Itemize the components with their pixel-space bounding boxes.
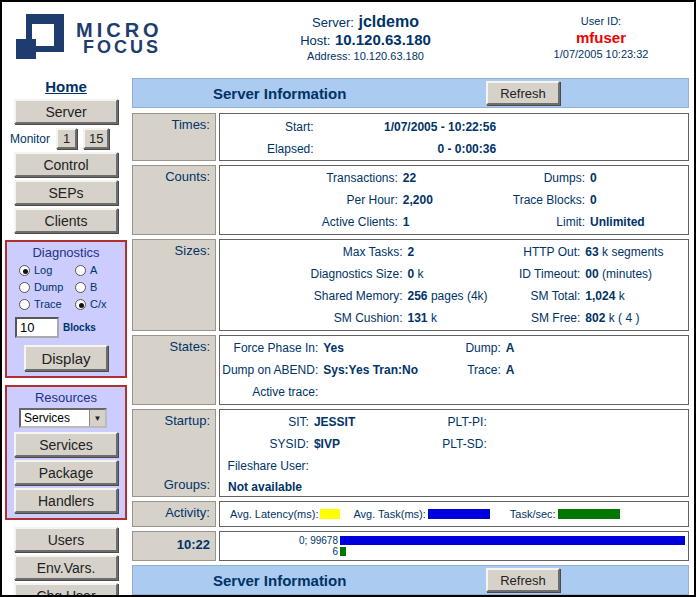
activity-line2-value: 6	[220, 546, 340, 557]
radio-dump[interactable]: Dump	[19, 281, 75, 293]
server-identity: Server: jcldemo Host: 10.120.63.180 Addr…	[217, 13, 514, 63]
radio-cx[interactable]: C/x	[75, 298, 125, 310]
task-sec-swatch-icon	[558, 509, 620, 519]
user-id-label: User ID:	[514, 14, 688, 29]
sm-free-value: 802 k ( 4 )	[580, 307, 688, 329]
blocks-input[interactable]	[15, 317, 59, 338]
legend-avg-latency: Avg. Latency(ms):	[230, 508, 340, 520]
active-clients-value: 1	[398, 211, 496, 233]
diagnostics-title: Diagnostics	[7, 245, 125, 260]
header-timestamp: 1/07/2005 10:23:32	[514, 47, 688, 62]
max-tasks-value: 2	[403, 241, 497, 263]
plt-sd-value	[487, 433, 688, 455]
clients-button[interactable]: Clients	[14, 208, 118, 233]
monitor-1-button[interactable]: 1	[56, 128, 77, 149]
display-button[interactable]: Display	[24, 345, 108, 371]
radio-b[interactable]: B	[75, 281, 125, 293]
resources-box: Resources Services ▼ Services Package Ha…	[5, 385, 127, 520]
handlers-button[interactable]: Handlers	[14, 488, 118, 513]
plt-pi-value	[487, 411, 688, 433]
seps-button[interactable]: SEPs	[14, 180, 118, 205]
shared-memory-label: Shared Memory:	[220, 285, 403, 307]
radio-trace[interactable]: Trace	[19, 298, 75, 310]
sm-cushion-value: 131 k	[403, 307, 497, 329]
active-trace-label: Active trace:	[220, 381, 318, 403]
control-button[interactable]: Control	[14, 152, 118, 177]
radio-log[interactable]: Log	[19, 264, 75, 276]
force-phase-in-value: Yes	[318, 337, 454, 359]
refresh-button-top[interactable]: Refresh	[486, 81, 560, 105]
top-title-bar: Server Information Refresh	[132, 78, 689, 108]
server-button[interactable]: Server	[14, 99, 118, 124]
services-button[interactable]: Services	[14, 432, 118, 457]
plt-sd-label: PLT-SD:	[440, 433, 487, 455]
start-value: 1/07/2005 - 10:22:56	[314, 116, 497, 138]
radio-dump-icon	[19, 282, 30, 293]
activity-sample-row: 10:22 0; 99678 6	[132, 531, 689, 561]
elapsed-value: 0 - 0:00:36	[314, 138, 497, 160]
activity-legend: Avg. Latency(ms): Avg. Task(ms): Task/se…	[219, 501, 689, 527]
empty-cell	[440, 455, 487, 477]
limit-label: Limit:	[496, 211, 585, 233]
diagnostics-radio-group: Log A Dump B	[7, 262, 125, 310]
transactions-label: Transactions:	[220, 167, 398, 189]
sm-total-label: SM Total:	[496, 285, 580, 307]
address-value: 10.120.63.180	[354, 50, 424, 62]
radio-b-label: B	[90, 281, 97, 293]
host-value: 10.120.63.180	[335, 31, 431, 48]
package-button[interactable]: Package	[14, 460, 118, 485]
times-row: Times: Start: 1/07/2005 - 10:22:56 Elaps…	[132, 113, 689, 161]
active-clients-label: Active Clients:	[220, 211, 398, 233]
micro-focus-logo: MICRO FOCUS	[2, 11, 217, 65]
user-id-value: mfuser	[514, 29, 688, 47]
dumps-value: 0	[585, 167, 688, 189]
sm-total-value: 1,024 k	[580, 285, 688, 307]
trace-state-value: A	[501, 359, 688, 381]
avg-latency-swatch-icon	[320, 509, 340, 519]
radio-a-label: A	[90, 264, 97, 276]
diagnostics-size-value: 0 k	[403, 263, 497, 285]
activity-line1-value: 0; 99678	[220, 535, 340, 546]
sysid-label: SYSID:	[220, 433, 309, 455]
bottom-page-title: Server Information	[213, 572, 346, 589]
radio-a[interactable]: A	[75, 264, 125, 276]
startup-section-label: Startup: Groups:	[132, 409, 216, 497]
startup-row: Startup: Groups: SIT: JESSIT PLT-PI: SYS…	[132, 409, 689, 497]
sizes-section-label: Sizes:	[132, 239, 216, 331]
groups-label: Groups:	[133, 477, 210, 492]
app-window: MICRO FOCUS Server: jcldemo Host: 10.120…	[0, 0, 696, 597]
empty-cell	[454, 381, 501, 403]
counts-content: Transactions: 22 Dumps: 0 Per Hour: 2,20…	[219, 165, 689, 235]
home-link[interactable]: Home	[45, 78, 87, 95]
max-tasks-label: Max Tasks:	[220, 241, 403, 263]
sm-free-label: SM Free:	[496, 307, 580, 329]
users-button[interactable]: Users	[14, 527, 118, 552]
task-sec-bar	[340, 547, 346, 556]
dump-state-label: Dump:	[454, 337, 501, 359]
chguser-button[interactable]: Chg.User	[14, 583, 118, 597]
trace-state-label: Trace:	[454, 359, 501, 381]
server-label: Server:	[312, 15, 354, 30]
envvars-button[interactable]: Env.Vars.	[14, 555, 118, 580]
elapsed-label: Elapsed:	[220, 138, 314, 160]
dropdown-arrow-icon: ▼	[89, 410, 105, 426]
per-hour-label: Per Hour:	[220, 189, 398, 211]
http-out-value: 63 k segments	[580, 241, 688, 263]
shared-memory-value: 256 pages (4k)	[403, 285, 497, 307]
logo-line2: FOCUS	[83, 39, 163, 55]
resource-type-select[interactable]: Services ▼	[19, 408, 107, 428]
sit-label: SIT:	[220, 411, 309, 433]
monitor-15-button[interactable]: 15	[83, 128, 109, 149]
activity-bars: 0; 99678 6	[219, 531, 689, 561]
sidebar: Home Server Monitor 1 15 Control SEPs Cl…	[2, 74, 130, 595]
radio-log-icon	[19, 265, 30, 276]
monitor-row: Monitor 1 15	[2, 128, 130, 149]
dumps-label: Dumps:	[496, 167, 585, 189]
sm-cushion-label: SM Cushion:	[220, 307, 403, 329]
per-hour-value: 2,200	[398, 189, 496, 211]
id-timeout-value: 00 (minutes)	[580, 263, 688, 285]
refresh-button-bottom[interactable]: Refresh	[486, 568, 560, 592]
user-identity: User ID: mfuser 1/07/2005 10:23:32	[514, 14, 694, 62]
id-timeout-label: ID Timeout:	[496, 263, 580, 285]
empty-cell	[501, 381, 688, 403]
